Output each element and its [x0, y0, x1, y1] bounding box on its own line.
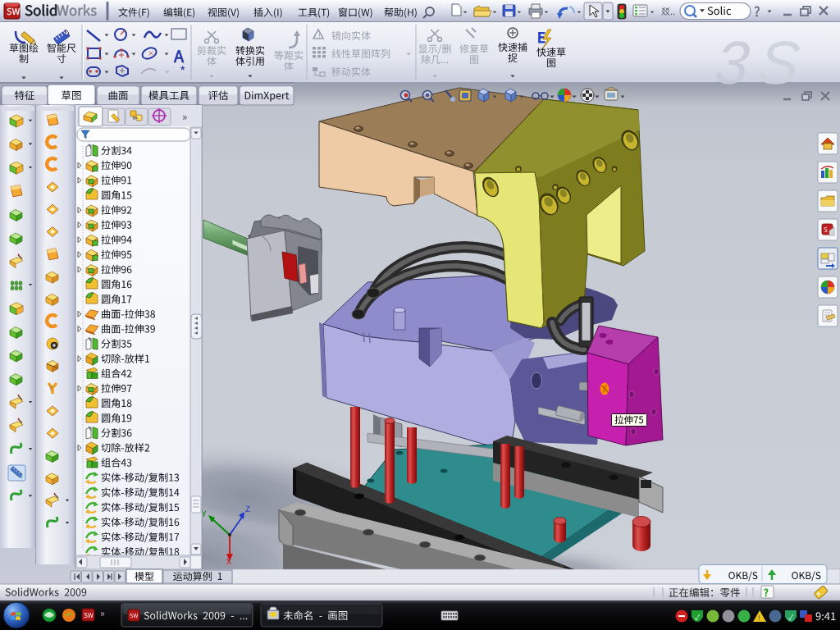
svg-text:S: S — [756, 29, 803, 97]
svg-text:3: 3 — [712, 29, 753, 97]
